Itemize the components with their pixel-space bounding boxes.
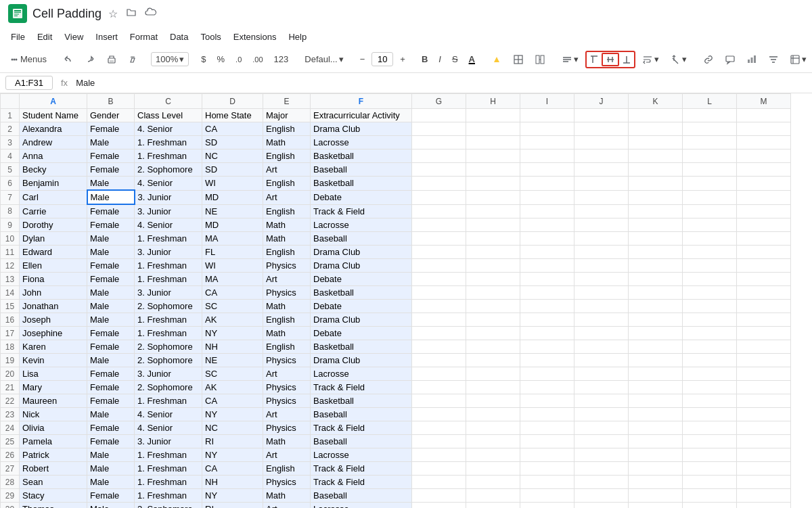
cell-F25[interactable]: Baseball (311, 435, 412, 448)
cell-D27[interactable]: CA (202, 462, 263, 476)
empty-cell[interactable] (520, 163, 574, 177)
cell-B13[interactable]: Female (87, 273, 135, 286)
empty-cell[interactable] (574, 313, 629, 327)
cell-B14[interactable]: Male (87, 286, 135, 300)
cell-D8[interactable]: NE (202, 204, 263, 218)
cell-A18[interactable]: Karen (20, 340, 87, 354)
cell-F30[interactable]: Lacrosse (311, 503, 412, 509)
cell-A15[interactable]: Jonathan (20, 300, 87, 313)
font-name-button[interactable]: Defaul... ▾ (300, 51, 347, 67)
empty-cell[interactable] (520, 218, 574, 232)
empty-cell[interactable] (412, 381, 466, 394)
cell-B25[interactable]: Female (87, 435, 135, 448)
cell-C18[interactable]: 2. Sophomore (135, 340, 202, 354)
menu-edit[interactable]: Edit (32, 30, 58, 44)
cell-C12[interactable]: 1. Freshman (135, 259, 202, 273)
empty-cell[interactable] (412, 218, 466, 232)
empty-cell[interactable] (520, 408, 574, 421)
empty-cell[interactable] (520, 340, 574, 354)
empty-cell[interactable] (520, 421, 574, 435)
empty-cell[interactable] (520, 286, 574, 300)
empty-cell[interactable] (683, 190, 737, 204)
empty-cell[interactable] (412, 177, 466, 191)
cell-B28[interactable]: Male (87, 476, 135, 489)
cell-C19[interactable]: 2. Sophomore (135, 354, 202, 367)
cell-F28[interactable]: Track & Field (311, 476, 412, 489)
empty-cell[interactable] (466, 367, 520, 381)
cell-D13[interactable]: MA (202, 273, 263, 286)
cell-E1[interactable]: Major (263, 109, 311, 122)
empty-cell[interactable] (412, 136, 466, 149)
cell-D29[interactable]: NY (202, 489, 263, 503)
col-header-b[interactable]: B (87, 94, 135, 109)
empty-cell[interactable] (737, 448, 791, 462)
cell-E11[interactable]: English (263, 246, 311, 259)
empty-cell[interactable] (520, 503, 574, 509)
cell-E5[interactable]: Art (263, 163, 311, 177)
empty-cell[interactable] (412, 259, 466, 273)
empty-cell[interactable] (737, 476, 791, 489)
empty-cell[interactable] (520, 246, 574, 259)
col-header-h[interactable]: H (466, 94, 520, 109)
cell-D26[interactable]: NY (202, 448, 263, 462)
cell-B26[interactable]: Male (87, 448, 135, 462)
cell-C24[interactable]: 4. Senior (135, 421, 202, 435)
empty-cell[interactable] (737, 232, 791, 246)
empty-cell[interactable] (466, 394, 520, 408)
empty-cell[interactable] (629, 448, 683, 462)
cell-F15[interactable]: Debate (311, 300, 412, 313)
empty-cell[interactable] (520, 489, 574, 503)
text-color-button[interactable]: A (465, 51, 479, 67)
empty-cell[interactable] (574, 204, 629, 218)
cell-A16[interactable]: Joseph (20, 313, 87, 327)
empty-cell[interactable] (629, 340, 683, 354)
empty-cell[interactable] (683, 503, 737, 509)
empty-cell[interactable] (466, 448, 520, 462)
cell-D20[interactable]: SC (202, 367, 263, 381)
empty-cell[interactable] (683, 218, 737, 232)
empty-cell[interactable] (466, 300, 520, 313)
dec-decimals-button[interactable]: .0 (231, 53, 246, 66)
cell-F11[interactable]: Drama Club (311, 246, 412, 259)
empty-cell[interactable] (466, 177, 520, 191)
empty-cell[interactable] (466, 109, 520, 122)
cell-C6[interactable]: 4. Senior (135, 177, 202, 191)
cell-C16[interactable]: 1. Freshman (135, 313, 202, 327)
cell-E3[interactable]: Math (263, 136, 311, 149)
empty-cell[interactable] (412, 476, 466, 489)
currency-button[interactable]: $ (197, 51, 210, 67)
empty-cell[interactable] (683, 204, 737, 218)
empty-cell[interactable] (520, 149, 574, 163)
cell-F16[interactable]: Drama Club (311, 313, 412, 327)
strikethrough-button[interactable]: S (448, 51, 462, 67)
cell-E20[interactable]: Art (263, 367, 311, 381)
cell-A17[interactable]: Josephine (20, 327, 87, 340)
empty-cell[interactable] (683, 177, 737, 191)
empty-cell[interactable] (574, 503, 629, 509)
cell-F27[interactable]: Track & Field (311, 462, 412, 476)
cell-D12[interactable]: WI (202, 259, 263, 273)
cell-D24[interactable]: NC (202, 421, 263, 435)
empty-cell[interactable] (466, 246, 520, 259)
cell-F14[interactable]: Basketball (311, 286, 412, 300)
empty-cell[interactable] (737, 259, 791, 273)
empty-cell[interactable] (412, 435, 466, 448)
col-header-j[interactable]: J (574, 94, 629, 109)
zoom-button[interactable]: 100% ▾ (151, 52, 189, 66)
empty-cell[interactable] (629, 300, 683, 313)
cell-E10[interactable]: Math (263, 232, 311, 246)
empty-cell[interactable] (520, 122, 574, 136)
empty-cell[interactable] (683, 246, 737, 259)
cell-A3[interactable]: Andrew (20, 136, 87, 149)
col-header-l[interactable]: L (683, 94, 737, 109)
cell-A4[interactable]: Anna (20, 149, 87, 163)
empty-cell[interactable] (466, 122, 520, 136)
empty-cell[interactable] (683, 286, 737, 300)
empty-cell[interactable] (737, 190, 791, 204)
empty-cell[interactable] (412, 408, 466, 421)
cell-F10[interactable]: Baseball (311, 232, 412, 246)
empty-cell[interactable] (466, 204, 520, 218)
empty-cell[interactable] (683, 435, 737, 448)
cell-E12[interactable]: Physics (263, 259, 311, 273)
empty-cell[interactable] (629, 421, 683, 435)
